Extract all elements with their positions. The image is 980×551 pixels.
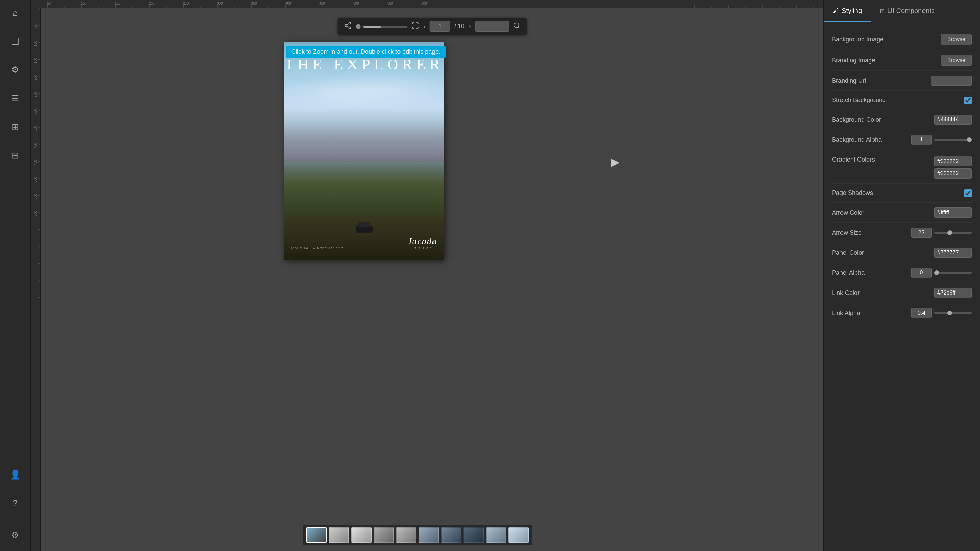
background-color-label: Background Color (832, 116, 881, 124)
thumbnail-9[interactable] (486, 527, 506, 543)
layers-icon[interactable]: ❏ (6, 32, 24, 50)
link-color-control (934, 288, 972, 298)
thumbnail-1[interactable] (306, 527, 327, 543)
zoom-slider-container[interactable] (356, 24, 408, 29)
car (356, 226, 372, 233)
zoom-dot[interactable] (356, 24, 361, 29)
prev-page-button[interactable]: ‹ (423, 22, 426, 31)
svg-text:550: 550 (387, 2, 393, 5)
users-icon[interactable]: 👤 (6, 465, 24, 484)
background-image-label: Background Image (832, 36, 883, 43)
background-alpha-slider[interactable] (934, 139, 972, 141)
right-panel-body: Background Image Browse Branding Image B… (824, 22, 980, 330)
link-color-input[interactable] (934, 288, 972, 298)
prop-page-shadows: Page Shadows (832, 184, 972, 203)
help-icon[interactable]: ? (6, 494, 24, 512)
background-image-control: Browse (941, 34, 972, 45)
panel-alpha-label: Panel Alpha (832, 269, 865, 276)
svg-point-91 (349, 22, 351, 24)
grid-icon[interactable]: ⊞ (6, 118, 24, 136)
arrow-size-slider[interactable] (934, 232, 972, 233)
thumbnail-5[interactable] (396, 527, 417, 543)
ruler-top: 50 100 150 200 250 300 350 400 450 500 5… (30, 0, 824, 8)
link-alpha-slider[interactable] (934, 312, 972, 314)
page-shadows-checkbox[interactable] (964, 189, 972, 197)
arrow-size-control (911, 227, 972, 238)
right-panel-tabs: 🖌 Styling ⊞ UI Components (824, 0, 980, 22)
stretch-background-checkbox[interactable] (964, 97, 972, 104)
svg-text:550: 550 (34, 194, 37, 199)
branding-url-input[interactable] (931, 76, 972, 86)
fullscreen-button[interactable] (412, 22, 419, 31)
arrow-color-input[interactable] (934, 208, 972, 218)
thumbnail-10[interactable] (508, 527, 529, 543)
settings-icon[interactable]: ⚙ (6, 60, 24, 79)
panel-color-control (934, 248, 972, 258)
prop-background-image: Background Image Browse (832, 29, 972, 50)
thumbnails-bar (303, 525, 532, 545)
thumbnail-3[interactable] (351, 527, 372, 543)
branding-image-browse[interactable]: Browse (941, 55, 972, 66)
panel-alpha-control (911, 268, 972, 278)
database-icon[interactable]: ⊟ (6, 146, 24, 165)
panel-color-input[interactable] (934, 248, 972, 258)
hills-area (284, 158, 444, 219)
share-button[interactable] (344, 22, 352, 31)
stretch-background-control (964, 97, 972, 104)
gradient-colors-control (934, 156, 972, 179)
svg-text:400: 400 (34, 143, 37, 148)
home-icon[interactable]: ⌂ (6, 3, 24, 22)
prop-branding-url: Branding Url (832, 71, 972, 91)
panel-alpha-value[interactable] (911, 268, 932, 278)
admin-icon[interactable]: ⚙ (6, 526, 24, 544)
gradient-color-1-input[interactable] (934, 156, 972, 166)
svg-text:200: 200 (149, 2, 155, 5)
stretch-background-label: Stretch Background (832, 97, 886, 104)
svg-text:150: 150 (115, 2, 121, 5)
svg-text:600: 600 (421, 2, 427, 5)
next-page-button[interactable]: › (469, 22, 471, 31)
gradient-color-2-input[interactable] (934, 168, 972, 179)
magazine-cover: THE EXPLORER Jacada TRAVEL ISSUE 06 | WI… (284, 42, 444, 260)
panel-alpha-slider[interactable] (934, 272, 972, 274)
background-color-input[interactable] (934, 114, 972, 125)
thumbnail-8[interactable] (463, 527, 484, 543)
background-image-browse[interactable]: Browse (941, 34, 972, 45)
thumbnail-7[interactable] (441, 527, 461, 543)
next-arrow-button[interactable]: ▶ (608, 154, 623, 169)
svg-text:350: 350 (34, 125, 37, 131)
magazine-container[interactable]: THE EXPLORER Jacada TRAVEL ISSUE 06 | WI… (284, 42, 444, 260)
thumbnail-6[interactable] (418, 527, 439, 543)
search-button[interactable] (513, 22, 520, 31)
current-page-input[interactable] (430, 21, 450, 32)
page-shadows-label: Page Shadows (832, 189, 873, 197)
search-input[interactable] (475, 21, 509, 32)
tab-ui-components[interactable]: ⊞ UI Components (871, 0, 943, 22)
svg-line-95 (347, 24, 349, 25)
branding-image-control: Browse (941, 55, 972, 66)
link-alpha-value[interactable] (911, 308, 932, 318)
svg-text:600: 600 (34, 211, 37, 216)
thumbnail-2[interactable] (329, 527, 349, 543)
arrow-size-value[interactable] (911, 227, 932, 238)
background-alpha-value[interactable] (911, 135, 932, 145)
svg-text:500: 500 (353, 2, 359, 5)
background-alpha-label: Background Alpha (832, 137, 882, 143)
zoom-bar (363, 25, 408, 27)
page-shadows-control (964, 189, 972, 197)
thumbnail-4[interactable] (374, 527, 394, 543)
magazine-logo: Jacada TRAVEL (408, 237, 437, 250)
svg-text:150: 150 (34, 57, 37, 63)
prop-panel-alpha: Panel Alpha (832, 263, 972, 283)
styling-tab-icon: 🖌 (833, 7, 839, 14)
panel-color-label: Panel Color (832, 249, 864, 256)
tab-styling[interactable]: 🖌 Styling (824, 0, 871, 22)
prop-background-alpha: Background Alpha (832, 130, 972, 150)
link-alpha-control (911, 308, 972, 318)
menu-icon[interactable]: ☰ (6, 89, 24, 108)
link-color-label: Link Color (832, 289, 859, 297)
toolbar: ‹ / 10 › (337, 18, 527, 35)
prop-stretch-background: Stretch Background (832, 91, 972, 110)
left-sidebar: ⌂ ❏ ⚙ ☰ ⊞ ⊟ 👤 ? ⚙ (0, 0, 30, 551)
svg-text:300: 300 (34, 108, 37, 114)
